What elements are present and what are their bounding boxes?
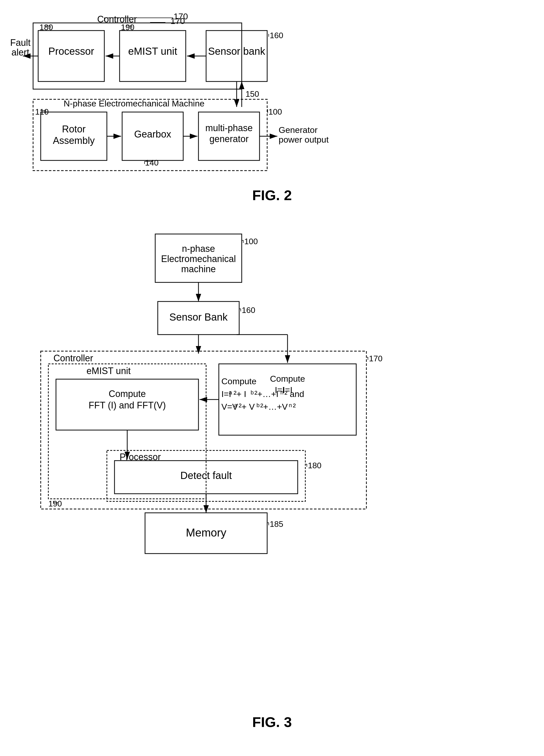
compute-v-sub-b: b <box>257 402 260 408</box>
rotor-label2-fig2: Assembly <box>53 135 95 146</box>
compute-iv-label1: Compute <box>270 374 305 383</box>
compute-i-sub-a: a <box>229 389 232 396</box>
ref-180-fig2: 180 <box>39 23 53 32</box>
controller-label-fig3: Controller <box>53 353 93 363</box>
compute-v-sub-n: n <box>289 402 292 408</box>
fault-alert-label2: alert <box>11 47 29 58</box>
ref-160-fig3: 160 <box>242 306 255 315</box>
rotor-label-fig2: Rotor <box>62 124 86 134</box>
ref-140: 140 <box>145 158 159 167</box>
ref-150: 150 <box>246 89 259 99</box>
ref-180-fig3: 180 <box>308 461 321 470</box>
compute-label-top: Compute <box>222 376 257 386</box>
fig2-label: FIG. 2 <box>20 187 524 203</box>
compute-v-sub-a: a <box>234 402 238 408</box>
ref-170-bracket: 170 <box>174 11 188 21</box>
ref-190-fig3: 190 <box>48 499 62 508</box>
generator-output-label: Generator <box>278 125 317 135</box>
processor-label-fig2: Processor <box>48 46 94 57</box>
compute-v-rest: ²+…+V <box>260 402 288 411</box>
compute-v-sq: ² <box>293 402 296 411</box>
n-phase-machine-label2: Electromechanical <box>161 254 236 264</box>
compute-i-sq: ² and <box>284 389 304 399</box>
compute-i-rest: ²+…+I <box>255 389 278 399</box>
emist-unit-label-fig3: eMIST unit <box>87 366 131 376</box>
generator-label: generator <box>210 134 249 144</box>
compute-i-sup: ²+ I <box>234 389 246 399</box>
compute-i-sub-b: b <box>251 389 254 396</box>
ref-170-fig3: 170 <box>369 354 382 363</box>
compute-i-sub-n: n <box>280 389 283 396</box>
n-phase-label: N-phase Electromechanical Machine <box>64 99 205 108</box>
compute-v-sup: ²+ V <box>239 402 255 411</box>
ref-190-fig2: 190 <box>121 23 134 32</box>
fig2-diagram: Controller 170 170 Processor 180 eMIST u… <box>20 15 524 203</box>
n-phase-machine-label: n-phase <box>182 243 215 254</box>
n-phase-machine-label3: machine <box>181 264 216 274</box>
fig3-diagram: n-phase Electromechanical machine 100 Se… <box>20 229 524 730</box>
ref-185-fig3: 185 <box>270 519 283 529</box>
ref-100-fig2: 100 <box>269 107 282 116</box>
fault-alert-label: Fault <box>10 37 31 48</box>
detect-fault-label: Detect fault <box>181 470 232 481</box>
sensor-bank-label-fig3: Sensor Bank <box>169 311 228 323</box>
gearbox-label-fig2: Gearbox <box>134 129 171 140</box>
generator-output-label2: power output <box>278 135 329 144</box>
multi-phase-label: multi-phase <box>205 123 253 133</box>
ref-100-fig3: 100 <box>244 237 258 246</box>
sensor-bank-label-fig2: Sensor bank <box>208 46 266 57</box>
fig3-label: FIG. 3 <box>20 714 524 730</box>
compute-fft-label: Compute <box>109 389 146 399</box>
emist-label-fig2: eMIST unit <box>128 46 177 57</box>
memory-label-fig3: Memory <box>186 526 227 539</box>
ref-160-fig2: 160 <box>270 31 283 40</box>
compute-fft-label2: FFT (I) and FFT(V) <box>89 400 166 410</box>
